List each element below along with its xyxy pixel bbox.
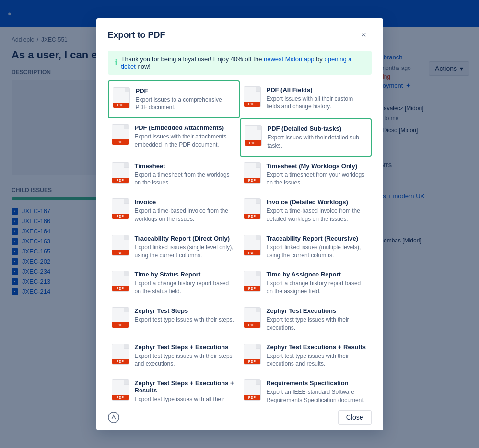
export-item-name: Invoice (Detailed Worklogs) <box>267 198 368 206</box>
fold-corner <box>256 235 260 240</box>
banner-text: Thank you for being a loyal user! Enjoy … <box>121 56 365 70</box>
export-item-desc: Export issues with their detailed sub-ta… <box>268 134 367 150</box>
export-item-desc: Export test type issues with their steps… <box>135 316 236 324</box>
export-item-desc: Export linked issues (multiple levels), … <box>267 243 368 260</box>
export-item-zephyr-steps-exec-results[interactable]: PDF Zephyr Test Steps + Executions + Res… <box>108 374 240 403</box>
export-item-text: PDF (Embedded Attachments) Export issues… <box>135 124 236 149</box>
pdf-file-icon: PDF <box>244 307 261 328</box>
export-item-zephyr-executions[interactable]: PDF Zephyr Test Executions Export test t… <box>240 301 372 338</box>
midori-icon <box>108 412 119 423</box>
fold-corner <box>256 163 260 168</box>
export-item-pdf[interactable]: PDF PDF Export issues to a comprehensive… <box>108 80 240 119</box>
export-item-name: Time by Status Report <box>135 271 236 278</box>
export-item-zephyr-steps[interactable]: PDF Zephyr Test Steps Export test type i… <box>108 301 240 338</box>
pdf-file-icon: PDF <box>244 379 261 401</box>
export-item-text: Traceability Report (Direct Only) Export… <box>135 235 236 260</box>
export-item-desc: Export a change history report based on … <box>135 279 236 296</box>
export-item-text: Zephyr Test Executions + Results Export … <box>267 344 368 368</box>
modal-body: PDF PDF Export issues to a comprehensive… <box>96 80 383 404</box>
export-item-zephyr-exec-results[interactable]: PDF Zephyr Test Executions + Results Exp… <box>240 338 372 374</box>
export-item-text: Traceability Report (Recursive) Export l… <box>267 235 368 260</box>
pdf-file-icon: PDF <box>112 124 129 145</box>
fold-corner <box>124 344 129 349</box>
fold-corner <box>257 126 261 130</box>
export-item-name: Requirements Specification <box>267 379 368 387</box>
export-item-name: PDF <box>136 87 235 94</box>
modal-close-button[interactable]: × <box>356 28 372 43</box>
export-item-name: Traceability Report (Recursive) <box>267 235 368 242</box>
pdf-badge: PDF <box>244 178 260 183</box>
export-item-name: Traceability Report (Direct Only) <box>135 235 236 242</box>
export-item-name: Zephyr Test Steps + Executions <box>135 344 236 351</box>
export-item-zephyr-steps-exec[interactable]: PDF Zephyr Test Steps + Executions Expor… <box>108 338 240 374</box>
fold-corner <box>124 235 129 240</box>
pdf-file-icon: PDF <box>112 235 129 256</box>
pdf-badge: PDF <box>244 359 260 364</box>
modal-footer: Close <box>96 404 383 430</box>
pdf-badge: PDF <box>112 250 129 255</box>
export-item-text: Time by Status Report Export a change hi… <box>135 271 236 296</box>
export-item-requirements[interactable]: PDF Requirements Specification Export an… <box>240 374 372 403</box>
export-item-text: PDF (All Fields) Export issues with all … <box>267 86 368 111</box>
pdf-badge: PDF <box>244 286 260 291</box>
export-item-time-assignee[interactable]: PDF Time by Assignee Report Export a cha… <box>240 265 372 301</box>
pdf-file-icon: PDF <box>244 198 261 219</box>
export-item-pdf-all-fields[interactable]: PDF PDF (All Fields) Export issues with … <box>240 80 372 119</box>
export-item-name: Timesheet (My Worklogs Only) <box>267 162 368 170</box>
export-item-name: Zephyr Test Steps <box>135 307 236 314</box>
pdf-badge: PDF <box>112 395 129 400</box>
modal-header: Export to PDF × <box>96 18 383 51</box>
pdf-file-icon: PDF <box>245 125 262 146</box>
export-item-text: Zephyr Test Steps Export test type issue… <box>135 307 236 324</box>
export-item-name: Zephyr Test Executions + Results <box>267 344 368 351</box>
export-item-desc: Export a time-based invoice from the wor… <box>135 207 236 223</box>
export-item-text: Zephyr Test Steps + Executions + Results… <box>135 379 236 403</box>
export-item-traceability-recursive[interactable]: PDF Traceability Report (Recursive) Expo… <box>240 229 372 265</box>
export-item-pdf-embedded[interactable]: PDF PDF (Embedded Attachments) Export is… <box>108 118 240 157</box>
export-item-desc: Export issues to a comprehensive PDF doc… <box>136 96 235 112</box>
export-item-text: PDF (Detailed Sub-tasks) Export issues w… <box>268 125 367 150</box>
export-item-name: Zephyr Test Executions <box>267 307 368 314</box>
export-item-desc: Export a timesheet from the worklogs on … <box>135 171 236 187</box>
export-item-timesheet[interactable]: PDF Timesheet Export a timesheet from th… <box>108 157 240 193</box>
export-item-invoice[interactable]: PDF Invoice Export a time-based invoice … <box>108 193 240 229</box>
fold-corner <box>124 163 129 168</box>
pdf-file-icon: PDF <box>112 307 129 328</box>
export-item-name: Time by Assignee Report <box>267 271 368 278</box>
export-modal: Export to PDF × ℹ Thank you for being a … <box>96 18 383 430</box>
pdf-badge: PDF <box>244 214 260 219</box>
pdf-file-icon: PDF <box>244 271 261 292</box>
banner-link-app[interactable]: newest Midori app <box>264 56 315 63</box>
export-item-name: Timesheet <box>135 162 236 170</box>
export-item-timesheet-my[interactable]: PDF Timesheet (My Worklogs Only) Export … <box>240 157 372 193</box>
export-item-name: Zephyr Test Steps + Executions + Results <box>135 379 236 394</box>
svg-point-0 <box>108 412 119 423</box>
export-item-text: PDF Export issues to a comprehensive PDF… <box>136 87 235 112</box>
export-item-desc: Export a time-based invoice from the det… <box>267 207 368 223</box>
fold-corner <box>125 88 129 92</box>
export-item-time-status[interactable]: PDF Time by Status Report Export a chang… <box>108 265 240 301</box>
pdf-badge: PDF <box>112 214 129 219</box>
fold-corner <box>124 380 129 385</box>
export-item-pdf-detailed-subtasks[interactable]: PDF PDF (Detailed Sub-tasks) Export issu… <box>240 118 372 157</box>
close-modal-button[interactable]: Close <box>338 410 372 425</box>
fold-corner <box>256 87 260 92</box>
pdf-file-icon: PDF <box>112 162 129 184</box>
export-item-desc: Export a change history report based on … <box>267 279 368 296</box>
fold-corner <box>256 271 260 276</box>
fold-corner <box>256 344 260 349</box>
export-item-traceability-direct[interactable]: PDF Traceability Report (Direct Only) Ex… <box>108 229 240 265</box>
pdf-badge: PDF <box>112 139 129 145</box>
pdf-file-icon: PDF <box>112 271 129 292</box>
export-item-text: Timesheet Export a timesheet from the wo… <box>135 162 236 187</box>
pdf-badge: PDF <box>244 102 260 107</box>
pdf-badge: PDF <box>112 178 129 183</box>
fold-corner <box>256 380 260 385</box>
export-item-text: Invoice (Detailed Worklogs) Export a tim… <box>267 198 368 223</box>
promo-banner: ℹ Thank you for being a loyal user! Enjo… <box>108 51 372 75</box>
export-item-desc: Export linked issues (single level only)… <box>135 243 236 260</box>
export-item-desc: Export test type issues with their steps… <box>135 352 236 368</box>
pdf-file-icon: PDF <box>244 162 261 184</box>
export-item-invoice-detailed[interactable]: PDF Invoice (Detailed Worklogs) Export a… <box>240 193 372 229</box>
export-item-desc: Export test type issues with their execu… <box>267 316 368 332</box>
